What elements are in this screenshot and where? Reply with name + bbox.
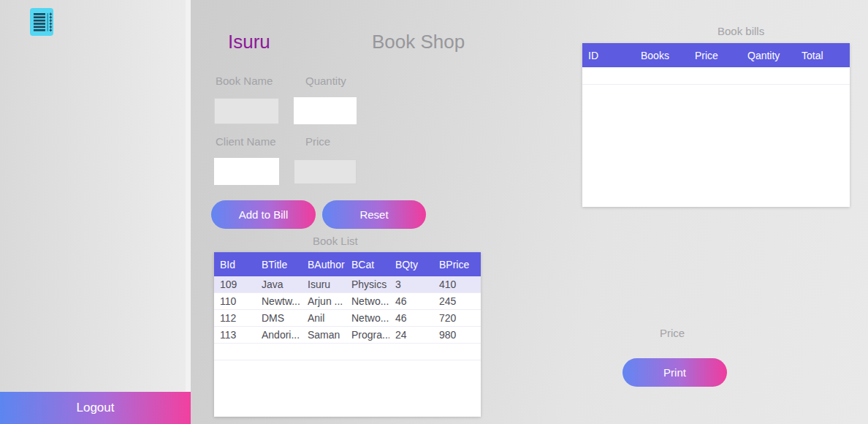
table-row[interactable]: 112DMSAnilNetwo...46720 [214,310,481,327]
book-name-label: Book Name [216,75,273,87]
column-header[interactable]: Total [796,50,850,61]
table-cell: 3 [389,279,433,290]
quantity-field[interactable] [294,97,357,124]
column-header[interactable]: BAuthor [302,259,346,270]
table-row[interactable]: 109JavaIsuruPhysics3410 [214,276,481,293]
column-header[interactable]: Books [635,50,689,61]
book-name-field[interactable] [214,98,279,124]
add-to-bill-button[interactable]: Add to Bill [211,200,316,229]
table-cell: DMS [256,312,302,324]
table-cell: 24 [389,329,433,341]
client-name-label: Client Name [216,135,276,148]
book-bills-header: IDBooksPriceQantityTotal [582,43,850,67]
table-cell: Netwo... [346,295,389,307]
column-header[interactable]: ID [582,50,635,61]
brand-title: Isuru [228,31,270,53]
table-cell: Arjun ... [302,295,346,307]
table-cell: 46 [389,295,433,307]
column-header[interactable]: BPrice [433,259,481,270]
table-cell: Netwo... [346,312,389,324]
table-cell: Progra... [346,329,389,341]
quantity-label: Quantity [305,75,346,87]
price-field[interactable] [294,159,357,184]
table-cell: 245 [433,295,481,307]
book-list-table: BIdBTitleBAuthorBCatBQtyBPrice 109JavaIs… [214,252,481,417]
reset-button[interactable]: Reset [322,200,426,229]
sidebar [0,0,191,424]
book-bills-body [582,67,850,207]
table-row[interactable]: 113Andori...SamanProgra...24980 [214,327,481,344]
column-header[interactable]: Price [689,50,742,61]
table-cell: Physics [346,279,389,290]
table-cell: Java [256,279,302,290]
column-header[interactable]: BId [214,259,256,270]
print-button[interactable]: Print [623,358,727,387]
table-cell: 980 [433,329,481,341]
table-cell: 110 [214,295,256,307]
book-bills-title: Book bills [717,25,764,37]
page-title: Book Shop [372,31,465,53]
bill-list-icon[interactable] [30,8,53,36]
column-header[interactable]: Qantity [742,50,796,61]
client-name-field[interactable] [214,158,279,185]
table-row[interactable]: 110Newtw...Arjun ...Netwo...46245 [214,293,481,310]
table-cell: 46 [389,312,433,324]
price-label: Price [305,135,330,148]
table-cell: 112 [214,312,256,324]
logout-button[interactable]: Logout [0,392,191,424]
table-cell: 113 [214,329,256,341]
column-header[interactable]: BTitle [256,259,302,270]
empty-row [582,67,850,85]
table-cell: Anil [302,312,346,324]
column-header[interactable]: BQty [389,259,433,270]
table-cell: Saman [302,329,346,341]
table-cell: 410 [433,279,481,290]
column-header[interactable]: BCat [346,259,389,270]
table-cell: Isuru [302,279,346,290]
table-cell: 109 [214,279,256,290]
book-bills-table: IDBooksPriceQantityTotal [582,43,850,207]
book-shop-window: Logout Isuru Book Shop Book Name Quantit… [0,0,868,424]
table-cell: 720 [433,312,481,324]
table-cell: Andori... [256,329,302,341]
book-list-header: BIdBTitleBAuthorBCatBQtyBPrice [214,252,481,276]
empty-row [214,344,481,360]
table-cell: Newtw... [256,295,302,307]
bill-price-label: Price [660,327,685,339]
book-list-body: 109JavaIsuruPhysics3410110Newtw...Arjun … [214,276,481,417]
book-list-title: Book List [313,235,358,247]
